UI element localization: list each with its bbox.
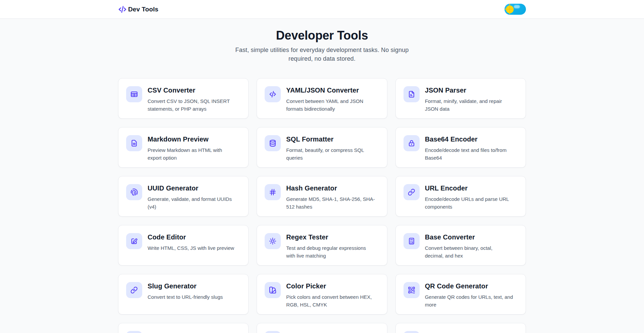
file-text-icon-tile — [126, 135, 142, 151]
tool-title: QR Code Generator — [425, 282, 513, 290]
code-logo-icon — [118, 5, 127, 14]
main: Developer Tools Fast, simple utilities f… — [118, 19, 526, 333]
tool-title: YAML/JSON Converter — [286, 86, 363, 94]
tool-title: Base Converter — [425, 233, 493, 241]
tool-title: Regex Tester — [286, 233, 366, 241]
tool-title: Markdown Preview — [148, 135, 222, 143]
tool-grid: CSV Converter Convert CSV to JSON, SQL I… — [118, 78, 526, 333]
tool-description: Pick colors and convert between HEX, RGB… — [286, 293, 372, 309]
calculator-icon-tile — [404, 233, 420, 249]
tool-card-sql-formatter[interactable]: SQL Formatter Format, beautify, or compr… — [257, 127, 387, 168]
pencil-square-icon-tile — [126, 233, 142, 249]
sun-rays-icon — [269, 237, 277, 245]
database-icon — [269, 139, 277, 147]
file-text-icon — [130, 139, 138, 147]
icon-tile — [404, 331, 420, 333]
fingerprint-icon — [130, 188, 138, 196]
qr-code-icon-tile — [404, 282, 420, 298]
tool-title: Hash Generator — [286, 184, 375, 192]
link-icon — [408, 188, 416, 196]
tool-description: Convert text to URL-friendly slugs — [148, 293, 223, 301]
hash-icon — [269, 188, 277, 196]
tool-description: Generate MD5, SHA-1, SHA-256, SHA- 512 h… — [286, 196, 375, 211]
pencil-square-icon — [130, 237, 138, 245]
tool-card-yaml-json-converter[interactable]: YAML/JSON Converter Convert between YAML… — [257, 78, 387, 119]
tool-card-partial[interactable] — [395, 323, 526, 333]
tool-card-regex-tester[interactable]: Regex Tester Test and debug regular expr… — [257, 225, 387, 266]
tool-card-base64-encoder[interactable]: Base64 Encoder Encode/decode text and fi… — [395, 127, 526, 168]
tool-card-url-encoder[interactable]: URL Encoder Encode/decode URLs and parse… — [395, 176, 526, 217]
tool-description: Generate, validate, and format UUIDs (v4… — [148, 196, 232, 211]
tool-title: JSON Parser — [425, 86, 502, 94]
tool-card-uuid-generator[interactable]: UUID Generator Generate, validate, and f… — [118, 176, 249, 217]
tool-card-markdown-preview[interactable]: Markdown Preview Preview Markdown as HTM… — [118, 127, 249, 168]
tool-description: Test and debug regular expressions with … — [286, 244, 366, 260]
tool-card-color-picker[interactable]: Color Picker Pick colors and convert bet… — [257, 274, 387, 315]
link-icon-tile — [126, 282, 142, 298]
icon-tile — [126, 331, 142, 333]
link-icon-tile — [404, 184, 420, 200]
tool-card-qr-code-generator[interactable]: QR Code Generator Generate QR codes for … — [395, 274, 526, 315]
tool-title: CSV Converter — [148, 86, 230, 94]
tool-description: Convert between YAML and JSON formats bi… — [286, 98, 363, 113]
tool-title: URL Encoder — [425, 184, 509, 192]
brand-label: Dev Tools — [128, 6, 158, 13]
tool-title: Slug Generator — [148, 282, 223, 290]
tool-card-slug-generator[interactable]: Slug Generator Convert text to URL-frien… — [118, 274, 249, 315]
tool-description: Encode/decode URLs and parse URL compone… — [425, 196, 509, 211]
tool-title: Base64 Encoder — [425, 135, 506, 143]
brand[interactable]: Dev Tools — [118, 5, 158, 14]
lock-icon-tile — [404, 135, 420, 151]
tool-description: Format, minify, validate, and repair JSO… — [425, 98, 502, 113]
swatch-icon — [269, 286, 277, 294]
code-icon — [269, 90, 277, 98]
tool-description: Encode/decode text and files to/from Bas… — [425, 147, 506, 162]
sun-rays-icon-tile — [265, 233, 281, 249]
fingerprint-icon-tile — [126, 184, 142, 200]
tool-card-code-editor[interactable]: Code Editor Write HTML, CSS, JS with liv… — [118, 225, 249, 266]
tool-card-partial[interactable] — [257, 323, 387, 333]
tool-description: Preview Markdown as HTML with export opt… — [148, 147, 222, 162]
page-title: Developer Tools — [118, 29, 526, 42]
lock-icon — [408, 139, 416, 147]
sun-icon — [505, 5, 514, 14]
hash-icon-tile — [265, 184, 281, 200]
tool-description: Format, beautify, or compress SQL querie… — [286, 147, 364, 162]
tool-title: SQL Formatter — [286, 135, 364, 143]
tool-card-hash-generator[interactable]: Hash Generator Generate MD5, SHA-1, SHA-… — [257, 176, 387, 217]
tool-description: Generate QR codes for URLs, text, and mo… — [425, 293, 513, 309]
page-subtitle: Fast, simple utilities for everyday deve… — [232, 46, 412, 63]
tool-title: UUID Generator — [148, 184, 232, 192]
table-icon-tile — [126, 86, 142, 102]
swatch-icon-tile — [265, 282, 281, 298]
code-icon-tile — [265, 86, 281, 102]
calculator-icon — [408, 237, 416, 245]
file-icon — [408, 90, 416, 98]
file-icon-tile — [404, 86, 420, 102]
hero: Developer Tools Fast, simple utilities f… — [118, 19, 526, 63]
tool-card-csv-converter[interactable]: CSV Converter Convert CSV to JSON, SQL I… — [118, 78, 249, 119]
table-icon — [130, 90, 138, 98]
qr-code-icon — [408, 286, 416, 294]
tool-card-json-parser[interactable]: JSON Parser Format, minify, validate, an… — [395, 78, 526, 119]
link-icon — [130, 286, 138, 294]
nav-container: Dev Tools — [118, 0, 526, 18]
tool-title: Code Editor — [148, 233, 234, 241]
tool-card-partial[interactable] — [118, 323, 249, 333]
navbar: Dev Tools — [0, 0, 644, 19]
tool-description: Convert between binary, octal, decimal, … — [425, 244, 493, 260]
tool-description: Convert CSV to JSON, SQL INSERT statemen… — [148, 98, 230, 113]
tool-title: Color Picker — [286, 282, 372, 290]
icon-tile — [265, 331, 281, 333]
database-icon-tile — [265, 135, 281, 151]
tool-card-base-converter[interactable]: Base Converter Convert between binary, o… — [395, 225, 526, 266]
cloud-icon — [514, 5, 520, 8]
tool-description: Write HTML, CSS, JS with live preview — [148, 244, 234, 252]
theme-toggle[interactable] — [504, 4, 526, 15]
